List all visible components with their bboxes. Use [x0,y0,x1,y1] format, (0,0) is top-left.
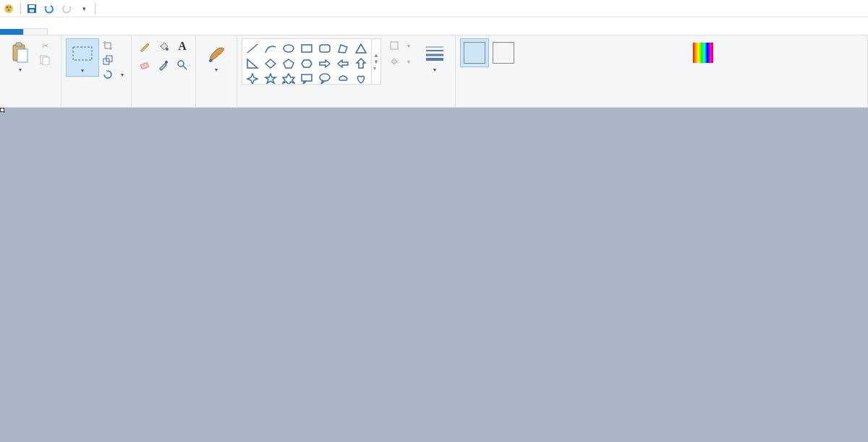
shape-oval[interactable] [280,41,297,56]
svg-rect-8 [16,43,22,46]
group-tools: A [132,35,196,107]
shapes-gallery[interactable] [242,38,372,85]
shape-diamond[interactable] [262,56,279,72]
save-button[interactable] [24,1,40,16]
tab-view[interactable] [48,29,71,35]
shape-callout-rect[interactable] [298,71,315,85]
svg-point-1 [7,6,9,8]
shape-arrow-left[interactable] [334,56,352,72]
color2-button[interactable] [489,38,518,67]
shape-star4[interactable] [244,71,261,85]
select-button[interactable] [66,38,99,77]
chevron-down-icon[interactable]: ▼ [373,59,379,65]
qat-customize[interactable]: ▾ [76,1,92,16]
eraser-tool[interactable] [136,57,153,73]
svg-point-17 [165,61,168,64]
paste-button[interactable] [4,38,36,75]
brush-icon [205,41,228,64]
svg-line-20 [247,44,258,53]
tab-file[interactable] [0,29,23,35]
title-bar: ▾ [0,0,868,17]
text-tool[interactable]: A [174,38,191,54]
app-icon [3,3,14,14]
shape-rect[interactable] [298,41,315,56]
shape-polygon[interactable] [334,41,352,56]
svg-rect-6 [30,9,34,12]
group-shapes: ▲ ▼ ▾ ▾ ▾ [237,35,456,107]
svg-rect-11 [43,57,49,65]
svg-point-3 [8,9,10,11]
shape-star5[interactable] [262,71,279,85]
outline-icon [388,40,400,51]
svg-rect-9 [17,49,27,62]
shape-pentagon[interactable] [280,56,297,72]
chevron-down-icon: ▾ [407,43,410,49]
rotate-icon [102,69,114,80]
chevron-up-icon[interactable]: ▲ [373,52,379,59]
ribbon-tabs [0,17,868,35]
dropdown-icon [19,66,22,74]
quick-access-toolbar: ▾ [24,1,92,16]
group-shapes-label [242,104,451,106]
svg-point-15 [166,48,169,51]
dropdown-icon [81,67,84,75]
copy-button[interactable] [36,53,56,67]
spacer [200,95,232,106]
outline-button[interactable]: ▾ [386,38,413,53]
group-colors-label [460,104,863,106]
shape-arrow-right[interactable] [316,56,333,72]
shape-curve[interactable] [262,41,279,56]
shape-callout-cloud[interactable] [334,71,352,85]
work-area[interactable] [0,108,868,442]
shape-arrow-up[interactable] [352,56,370,72]
thickness-button[interactable] [419,38,451,85]
svg-rect-5 [29,5,35,8]
svg-rect-24 [302,75,312,81]
fill-icon [388,56,400,67]
rotate-button[interactable]: ▾ [99,67,127,82]
shape-callout-oval[interactable] [316,71,333,85]
pencil-tool[interactable] [136,38,153,54]
thickness-icon [423,41,446,64]
crop-icon [102,40,114,51]
svg-rect-26 [391,42,398,49]
separator [20,3,21,14]
svg-rect-22 [302,45,312,52]
edit-colors-button[interactable] [687,38,719,67]
fill-tool[interactable] [155,38,172,54]
expand-icon[interactable]: ▾ [373,65,379,72]
svg-point-25 [320,74,330,81]
tab-home[interactable] [23,28,48,35]
shapes-scroll[interactable]: ▲ ▼ ▾ [372,38,381,85]
svg-rect-16 [140,62,148,69]
shape-heart[interactable] [352,71,370,85]
magnifier-tool[interactable] [174,57,191,73]
redo-button[interactable] [59,1,75,16]
picker-tool[interactable] [155,57,172,73]
fill-button[interactable]: ▾ [386,54,413,69]
shape-roundrect[interactable] [316,41,333,56]
svg-point-2 [9,6,12,8]
rainbow-icon [692,41,715,64]
group-clipboard: ✂ [0,35,61,107]
shape-hexagon[interactable] [298,56,315,72]
resize-button[interactable] [99,53,127,67]
ribbon: ✂ [0,35,868,108]
separator [95,3,95,14]
shape-line[interactable] [244,41,261,56]
chevron-down-icon: ▾ [121,72,124,78]
resize-handle-corner[interactable] [0,108,4,112]
brushes-button[interactable] [200,38,232,75]
scissors-icon: ✂ [39,40,51,51]
group-image-label [66,104,127,106]
undo-button[interactable] [41,1,57,16]
group-clipboard-label [4,104,56,106]
shape-right-triangle[interactable] [244,56,261,72]
crop-button[interactable] [99,38,127,53]
color1-button[interactable] [460,38,489,67]
shape-triangle[interactable] [352,41,370,56]
chevron-down-icon: ▾ [407,59,410,65]
shape-star6[interactable] [280,71,297,85]
dropdown-icon [215,66,218,74]
cut-button[interactable]: ✂ [36,38,56,53]
